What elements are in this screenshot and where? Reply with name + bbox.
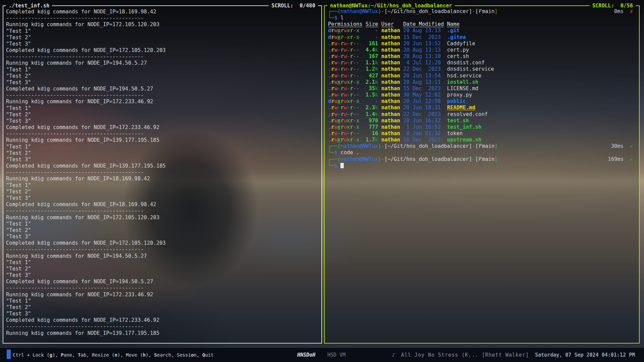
command-status: 169ms ✓ <box>608 156 633 163</box>
music-note-icon: ♪ <box>392 352 401 358</box>
left-pane-top-border: ./test_inf.sh SCROLL: 0/480 <box>3 2 322 9</box>
keybinding-hints[interactable]: Ctrl + Lock (g), Pane, Tab, Resize (n), … <box>13 352 214 358</box>
terminal-row: .rw-rw-r-- 427 nathan 20 Jun 13:54 hsd.s… <box>328 73 639 79</box>
terminal-row: .rw-rw-r-- 4.4k nathan 20 Aug 13:13 cert… <box>328 47 639 53</box>
status-bar: Ctrl + Lock (g), Pane, Tab, Resize (n), … <box>0 348 644 362</box>
terminal-row: .rw-rw-r-- 2.3k nathan 20 Jun 18:31 READ… <box>328 105 639 111</box>
terminal-row: .rw-rw-r-- 35k nathan 15 Dec 2023 LICENS… <box>328 85 639 92</box>
terminal-row: ┌──(nathan@NWTux)-[~/Git/hns_doh_loadbal… <box>328 156 639 163</box>
status-right-group: ♪ All Joy No Stress (K... [Rhett Walker]… <box>392 352 635 358</box>
git-branch-icon <box>478 143 482 149</box>
mode-indicator-block <box>7 350 11 359</box>
left-terminal-pane[interactable]: ./test_inf.sh SCROLL: 0/480 Completed kd… <box>3 6 322 344</box>
terminal-row: .rw-rw-r-- 1.1k nathan 4 Jul 12:20 dnsdi… <box>328 60 639 66</box>
command-status: 0ms ✗ <box>614 8 633 15</box>
vm-label: HSD VM <box>327 352 345 358</box>
terminal-row: drwxrwxr-x - nathan 20 Jul 12:59 public <box>328 98 639 105</box>
right-terminal-pane[interactable]: nathan@NWTux:~/Git/hns_doh_loadbalancer … <box>324 6 640 344</box>
left-pane-content: Completed kdig commands for NODE_IP=18.1… <box>3 6 321 337</box>
git-branch-icon <box>478 8 482 14</box>
command-status: 30ms ✓ <box>611 143 633 149</box>
terminal-row: .rw-rw-r-- 1.2k nathan 22 Dec 2023 dnsdi… <box>328 66 639 72</box>
terminal-row: └─$ l <box>328 15 639 21</box>
music-track: All Joy No Stress (K... [Rhett Walker] <box>401 352 529 358</box>
right-pane-content: ┌──(nathan@NWTux)-[~/Git/hns_doh_loadbal… <box>325 6 639 343</box>
terminal-row: .rw-rw-r-- 1.4k nathan 22 Dec 2023 resol… <box>328 111 639 118</box>
datetime: Saturday, 07 Sep 2024 04:01:12 PM <box>535 352 635 358</box>
terminal-row: Permissions Size User Date Modified Name <box>328 21 639 27</box>
terminal-row: └─$ code . <box>328 149 639 156</box>
session-name: HNSDoH <box>297 352 315 358</box>
terminal-row: ┌──(nathan@NWTux)-[~/Git/hns_doh_loadbal… <box>328 8 639 15</box>
terminal-row: drwxrwxr-x - nathan 20 Aug 13:13 .git <box>328 27 639 34</box>
terminal-row: .rwxrwxr-x 777 nathan 1 Jun 16:52 test_i… <box>328 124 639 130</box>
terminal-row: drwxr-xr-x - nathan 15 Dec 2023 .gitea <box>328 34 639 41</box>
left-pane-title: ./test_inf.sh <box>6 3 52 9</box>
terminal-row: .rw-rw-r-- 16 nathan 8 Jan 01:32 token <box>328 130 639 137</box>
terminal-row: .rwxrwxr-x 970 nathan 20 Jun 16:32 test.… <box>328 118 639 124</box>
git-branch-icon <box>478 156 482 162</box>
terminal-row: .rw-rw-r-- 167 nathan 20 Aug 13:10 cert.… <box>328 53 639 60</box>
left-pane-scroll-indicator: SCROLL: 0/480 <box>269 3 318 9</box>
terminal-cursor <box>340 163 343 168</box>
terminal-row: .rw-rw-r-- 161 nathan 20 Jun 13:52 Caddy… <box>328 41 639 47</box>
terminal-row: ┌──(nathan@NWTux)-[~/Git/hns_doh_loadbal… <box>328 143 639 149</box>
terminal-row: .rw-rw-r-- 1.5k nathan 30 May 12:02 prox… <box>328 92 639 98</box>
terminal-row: .rwxrwxr-x 2.1k nathan 20 Aug 13:11 inst… <box>328 79 639 85</box>
terminal-row: └─$ <box>328 163 639 169</box>
terminal-row: .rwxrwxr-x 1.7k nathan 16 Dec 2023 upstr… <box>328 137 639 143</box>
